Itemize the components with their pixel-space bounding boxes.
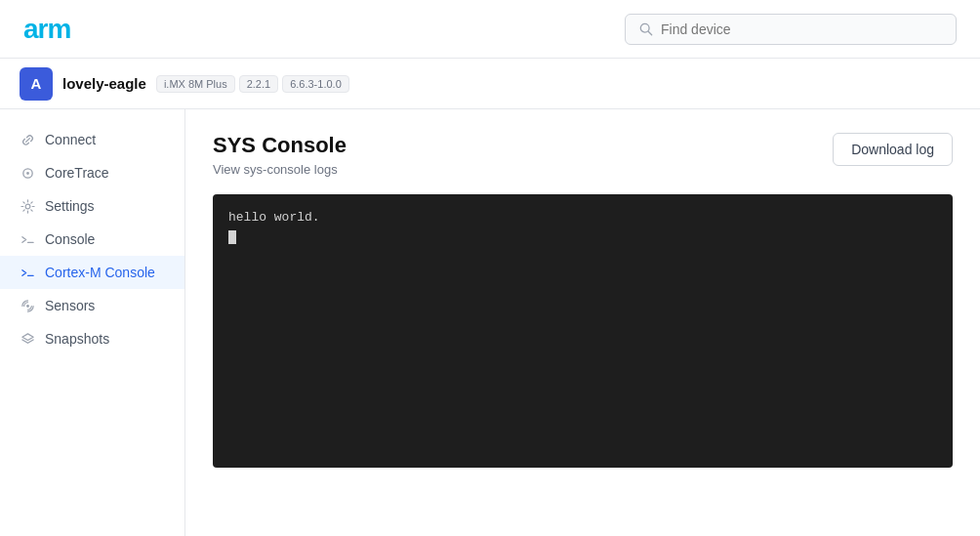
svg-marker-8 bbox=[21, 333, 32, 340]
console-icon bbox=[20, 231, 35, 247]
device-bar: A lovely-eagle i.MX 8M Plus 2.2.1 6.6.3-… bbox=[0, 59, 980, 109]
sidebar-label-cortexm: Cortex-M Console bbox=[45, 265, 155, 280]
svg-line-1 bbox=[648, 31, 652, 35]
search-input[interactable] bbox=[661, 21, 942, 37]
sidebar-item-console[interactable]: Console bbox=[0, 223, 184, 256]
terminal-line-2 bbox=[228, 227, 937, 247]
link-icon bbox=[20, 132, 35, 147]
device-tag-version: 2.2.1 bbox=[239, 75, 278, 93]
content-area: SYS Console View sys-console logs Downlo… bbox=[185, 109, 980, 536]
device-name: lovely-eagle bbox=[62, 75, 146, 92]
device-tag-platform: i.MX 8M Plus bbox=[156, 75, 235, 93]
sensors-icon bbox=[20, 298, 35, 313]
sidebar-item-snapshots[interactable]: Snapshots bbox=[0, 322, 184, 355]
terminal-line-1: hello world. bbox=[228, 208, 937, 227]
search-bar[interactable] bbox=[625, 14, 957, 45]
sidebar-label-console: Console bbox=[45, 231, 95, 247]
sidebar-item-sensors[interactable]: Sensors bbox=[0, 289, 184, 322]
gear-icon bbox=[20, 198, 35, 214]
coretrace-icon bbox=[20, 165, 35, 181]
arm-logo: arm bbox=[23, 14, 70, 45]
device-tags: i.MX 8M Plus 2.2.1 6.6.3-1.0.0 bbox=[156, 75, 349, 93]
terminal-cursor bbox=[228, 230, 236, 244]
sidebar-label-sensors: Sensors bbox=[45, 298, 95, 313]
device-avatar: A bbox=[20, 67, 53, 101]
page-subtitle: View sys-console logs bbox=[213, 162, 347, 177]
sidebar-item-connect[interactable]: Connect bbox=[0, 123, 184, 156]
svg-point-7 bbox=[26, 305, 29, 308]
cortexm-icon bbox=[20, 265, 35, 280]
sidebar-label-settings: Settings bbox=[45, 198, 95, 214]
content-title-group: SYS Console View sys-console logs bbox=[213, 133, 347, 177]
top-nav: arm bbox=[0, 0, 980, 59]
main-layout: Connect CoreTrace Settings bbox=[0, 109, 980, 536]
device-tag-kernel: 6.6.3-1.0.0 bbox=[282, 75, 349, 93]
download-log-button[interactable]: Download log bbox=[833, 133, 953, 166]
sidebar-label-snapshots: Snapshots bbox=[45, 331, 109, 347]
sidebar-label-connect: Connect bbox=[45, 132, 96, 147]
terminal: hello world. bbox=[213, 194, 953, 468]
layers-icon bbox=[20, 331, 35, 347]
svg-point-3 bbox=[26, 172, 29, 175]
page-title: SYS Console bbox=[213, 133, 347, 158]
search-icon bbox=[639, 22, 653, 36]
svg-point-4 bbox=[25, 204, 30, 209]
content-header: SYS Console View sys-console logs Downlo… bbox=[213, 133, 953, 177]
sidebar-item-coretrace[interactable]: CoreTrace bbox=[0, 156, 184, 189]
sidebar-label-coretrace: CoreTrace bbox=[45, 165, 109, 181]
sidebar: Connect CoreTrace Settings bbox=[0, 109, 185, 536]
sidebar-item-settings[interactable]: Settings bbox=[0, 189, 184, 223]
sidebar-item-cortexm[interactable]: Cortex-M Console bbox=[0, 256, 184, 289]
